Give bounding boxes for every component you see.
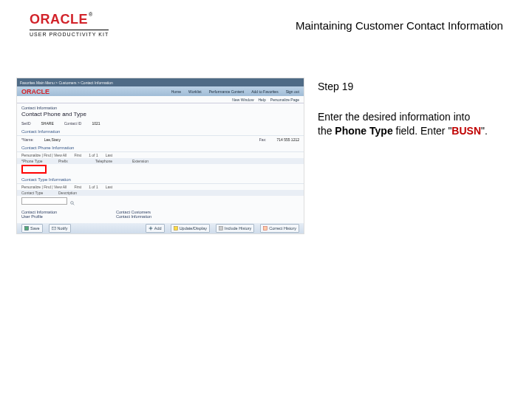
page-title: Maintaining Customer Contact Information — [296, 19, 510, 32]
step-label: Step 19 — [318, 80, 502, 94]
ss-nav-worklist: Worklist — [188, 89, 202, 94]
ss-contactid-label: Contact ID — [64, 121, 82, 126]
plus-icon — [149, 226, 153, 231]
brand-main: ORACLE — [30, 12, 88, 27]
ss-rowcount: 1 of 1 — [89, 153, 98, 157]
notify-label: Notify — [58, 226, 68, 231]
ss-link-contactinfo2: Contact Information — [116, 214, 151, 219]
history-label: Include History — [225, 226, 251, 231]
instruction-panel: Step 19 Enter the desired information in… — [318, 80, 502, 138]
ss-section-contactinfo: Contact Information — [17, 128, 304, 136]
ss-type-row — [17, 196, 304, 207]
ss-info-row: SetID SHARE Contact ID 1021 — [17, 120, 304, 127]
correct-button: Correct History — [260, 224, 299, 233]
correct-icon — [263, 226, 267, 231]
instr-value: BUSN — [451, 125, 481, 137]
history-icon — [219, 226, 223, 231]
svg-rect-5 — [219, 227, 223, 231]
ss-page-breadcrumb: Contact Information — [21, 106, 299, 110]
instruction-text: Enter the desired information into the P… — [318, 110, 502, 138]
instr-line2b: field. Enter " — [393, 125, 452, 137]
ss-name-label: *Name: — [21, 137, 34, 142]
phone-type-field-highlight[interactable] — [21, 165, 47, 174]
ss-last2: Last — [106, 185, 112, 189]
ss-lower-links: Contact Information User Profile Contact… — [17, 207, 304, 222]
ss-phone-grid-toolbar: Personalize | Find | View All First 1 of… — [17, 152, 304, 158]
brand-tm: ® — [89, 12, 92, 17]
ss-breadcrumb: Favorites Main Menu > Customers > Contac… — [20, 81, 113, 85]
svg-rect-4 — [174, 227, 177, 231]
ss-fax-label: Fax: — [259, 137, 267, 142]
ss-breadcrumb-bar: Favorites Main Menu > Customers > Contac… — [17, 78, 304, 86]
search-icon — [70, 201, 75, 205]
ss-help: Help — [259, 98, 266, 102]
oracle-upk-logo: ORACLE® USER PRODUCTIVITY KIT — [30, 12, 109, 37]
ss-phone-grid-header: *Phone Type Prefix Telephone Extension — [17, 158, 304, 164]
instr-field: Phone Type — [335, 125, 392, 137]
ss-contacttype-dropdown — [21, 197, 67, 205]
correct-label: Correct History — [269, 226, 296, 231]
ss-nav-signout: Sign out — [286, 89, 299, 94]
instr-line2c: ". — [481, 125, 488, 137]
update-icon — [174, 226, 178, 231]
ss-col-contacttype: Contact Type — [21, 191, 51, 195]
update-button: Update/Display — [171, 224, 210, 233]
ss-newwindow: New Window — [232, 98, 253, 102]
svg-rect-2 — [25, 227, 29, 231]
ss-personalize-link2: Personalize | Find | View All — [21, 185, 66, 189]
save-icon — [24, 226, 29, 231]
add-label: Add — [154, 226, 162, 231]
ss-section-phoneinfo: Contact Phone Information — [17, 144, 304, 152]
ss-personalize: Personalize Page — [270, 98, 299, 102]
ss-col-description: Description — [58, 191, 88, 195]
ss-link-userprofile: User Profile — [21, 214, 57, 219]
ss-brand: ORACLE — [21, 88, 50, 95]
ss-type-grid-header: Contact Type Description — [17, 190, 304, 196]
add-button: Add — [146, 224, 165, 233]
svg-line-1 — [72, 204, 74, 205]
svg-rect-6 — [264, 227, 267, 231]
embedded-screenshot: Favorites Main Menu > Customers > Contac… — [16, 78, 304, 234]
ss-col-telephone: Telephone — [95, 159, 125, 163]
instr-line1: Enter the desired information into — [318, 111, 470, 123]
instr-line2a: the — [318, 125, 335, 137]
ss-last: Last — [106, 153, 112, 157]
ss-personalize-link: Personalize | Find | View All — [21, 153, 66, 157]
ss-setid-label: SetID — [21, 121, 31, 126]
save-button: Save — [21, 224, 43, 233]
ss-fax-value: 714 555 1212 — [276, 137, 299, 142]
ss-col-prefix: Prefix — [58, 159, 88, 163]
ss-section-typeinfo: Contact Type Information — [17, 176, 304, 184]
notify-button: Notify — [49, 224, 71, 233]
ss-nav-addfav: Add to Favorites — [251, 89, 278, 94]
history-button: Include History — [216, 224, 254, 233]
ss-col-phonetype: *Phone Type — [21, 159, 51, 163]
update-label: Update/Display — [180, 226, 207, 231]
ss-name-value: Lee,Stacy — [44, 137, 61, 142]
ss-footer: Save Notify Add Update/Display Include H… — [17, 223, 304, 233]
ss-col-extension: Extension — [132, 159, 162, 163]
ss-first2: First — [74, 185, 81, 189]
ss-nav-home: Home — [171, 89, 181, 94]
brand-sub: USER PRODUCTIVITY KIT — [30, 30, 109, 37]
ss-setid-value: SHARE — [41, 121, 54, 126]
ss-type-grid-toolbar: Personalize | Find | View All First 1 of… — [17, 184, 304, 190]
ss-subnav: New Window Help Personalize Page — [17, 96, 304, 103]
ss-contactid-value: 1021 — [92, 121, 100, 126]
ss-first: First — [74, 153, 81, 157]
ss-phone-grid-row — [17, 164, 304, 175]
save-label: Save — [30, 226, 40, 231]
notify-icon — [52, 226, 56, 231]
ss-nav-pc: Performance Content — [209, 89, 245, 94]
ss-page-heading: Contact Phone and Type — [21, 111, 299, 117]
ss-global-nav: ORACLE Home Worklist Performance Content… — [17, 86, 304, 96]
ss-rowcount2: 1 of 1 — [89, 185, 98, 189]
